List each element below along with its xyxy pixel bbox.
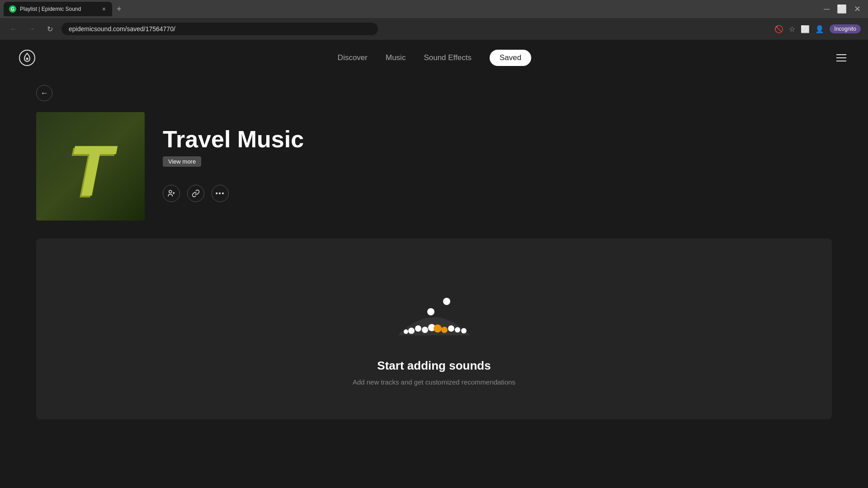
back-button[interactable]: ← (36, 85, 52, 101)
cover-letter: T (68, 135, 113, 207)
svg-point-11 (455, 327, 460, 333)
back-arrow-icon: ← (40, 89, 48, 98)
back-nav-button[interactable]: ← (7, 23, 20, 35)
playlist-actions: ••• (163, 185, 304, 202)
playlist-header: T Travel Music View more (36, 112, 832, 221)
view-more-tooltip[interactable]: View more (163, 156, 201, 167)
empty-state-section: Start adding sounds Add new tracks and g… (36, 239, 832, 419)
hamburger-line-2 (836, 57, 846, 58)
minimize-button[interactable]: ─ (824, 5, 830, 14)
svg-point-15 (443, 298, 450, 305)
svg-point-4 (408, 328, 415, 334)
hamburger-line-1 (836, 54, 846, 55)
svg-point-13 (404, 329, 408, 334)
more-options-button[interactable]: ••• (212, 185, 229, 202)
incognito-badge: Incognito (830, 24, 861, 33)
reload-button[interactable]: ↻ (43, 23, 56, 35)
nav-links: Discover Music Sound Effects Saved (338, 50, 531, 66)
forward-nav-button[interactable]: → (25, 23, 38, 35)
bookmark-icon[interactable]: ☆ (789, 25, 795, 33)
nav-music[interactable]: Music (386, 53, 406, 62)
window-controls: ─ ⬜ ✕ (824, 4, 864, 14)
app-logo[interactable] (18, 49, 36, 67)
playlist-title: Travel Music (163, 126, 304, 153)
svg-point-8 (434, 324, 442, 333)
profile-icon[interactable]: 👤 (815, 25, 824, 33)
svg-point-1 (169, 190, 172, 193)
app-nav: Discover Music Sound Effects Saved (0, 40, 868, 76)
nav-discover[interactable]: Discover (338, 53, 368, 62)
forward-nav-icon: → (28, 25, 35, 33)
new-tab-button[interactable]: + (114, 5, 124, 14)
svg-point-5 (415, 325, 421, 332)
browser-tab[interactable]: G Playlist | Epidemic Sound × (4, 2, 112, 16)
tab-title: Playlist | Epidemic Sound (20, 6, 98, 12)
playlist-cover: T (36, 112, 145, 221)
split-view-icon[interactable]: ⬜ (801, 25, 810, 33)
tab-favicon: G (9, 5, 16, 13)
tab-close-button[interactable]: × (101, 5, 107, 14)
app-content: Discover Music Sound Effects Saved ← T T… (0, 40, 868, 488)
close-window-button[interactable]: ✕ (854, 4, 861, 14)
svg-point-10 (448, 325, 454, 332)
svg-point-12 (461, 328, 467, 333)
more-options-icon: ••• (216, 190, 225, 197)
svg-point-0 (26, 58, 28, 60)
reload-icon: ↻ (47, 25, 53, 33)
copy-link-button[interactable] (187, 185, 204, 202)
sound-visualization (371, 272, 497, 344)
empty-state-title: Start adding sounds (377, 359, 491, 373)
playlist-info: Travel Music View more (163, 112, 304, 202)
svg-point-6 (422, 327, 428, 333)
tab-bar: G Playlist | Epidemic Sound × + ─ ⬜ ✕ (0, 0, 868, 18)
page-content: ← T Travel Music View more (0, 85, 868, 419)
browser-chrome: G Playlist | Epidemic Sound × + ─ ⬜ ✕ ← … (0, 0, 868, 40)
nav-saved[interactable]: Saved (490, 50, 531, 66)
add-collaborator-button[interactable] (163, 185, 180, 202)
svg-point-9 (441, 327, 448, 333)
back-nav-icon: ← (10, 25, 17, 33)
nav-sound-effects[interactable]: Sound Effects (424, 53, 472, 62)
epidemic-sound-logo (19, 50, 35, 66)
hamburger-menu[interactable] (833, 51, 850, 65)
address-bar-actions: 🚫 ☆ ⬜ 👤 Incognito (774, 24, 861, 33)
address-input[interactable] (61, 23, 378, 35)
sound-viz-svg (371, 272, 497, 344)
empty-state-subtitle: Add new tracks and get customized recomm… (353, 378, 515, 386)
hamburger-line-3 (836, 61, 846, 61)
svg-point-14 (427, 308, 434, 315)
address-bar: ← → ↻ 🚫 ☆ ⬜ 👤 Incognito (0, 18, 868, 40)
no-camera-icon: 🚫 (774, 25, 783, 33)
maximize-button[interactable]: ⬜ (837, 4, 847, 14)
